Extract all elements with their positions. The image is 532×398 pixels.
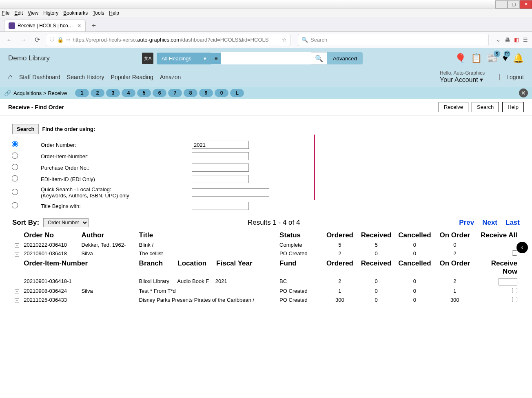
search-form-button[interactable]: Search [12,124,39,134]
input-title-begins[interactable] [192,202,249,210]
receive-now-input[interactable] [499,278,517,285]
pill-0[interactable]: 0 [215,89,228,97]
home-icon[interactable]: ⌂ [8,73,13,81]
pill-5[interactable]: 5 [137,89,151,97]
pocket-icon[interactable]: ⌄ [496,37,501,43]
radio-order-number[interactable] [12,141,18,148]
dcell-fy: 2021 [215,278,256,284]
bookmark-star-icon[interactable]: ☆ [282,37,287,43]
window-close-button[interactable]: ✕ [520,0,532,9]
cell-status: PO Created [278,287,321,295]
new-tab-button[interactable]: + [88,20,100,31]
receive-all-checkbox[interactable] [512,288,517,293]
expand-icon[interactable]: + [15,298,19,303]
pill-7[interactable]: 7 [168,89,182,97]
pill-3[interactable]: 3 [106,89,120,97]
window-maximize-button[interactable]: ▢ [508,0,520,9]
url-field[interactable]: 🛡 🔒 ⊶ https://preprod-hcols-verso.auto-g… [46,34,290,46]
cell-cancelled: 0 [395,241,434,249]
radio-order-item-number[interactable] [12,153,18,159]
collapse-icon[interactable]: − [15,252,19,256]
nav-amazon[interactable]: Amazon [160,74,181,80]
input-po-number[interactable] [192,164,249,172]
news-icon[interactable]: 📰5 [487,53,498,64]
database-icon[interactable]: ≡ [211,53,221,64]
col-onorder: On Order [435,230,474,240]
cell-author: Silva [80,250,136,258]
dcol-onorder: On Order [435,259,474,276]
menu-view[interactable]: View [28,10,38,16]
advanced-search-button[interactable]: Advanced [327,52,363,64]
menu-bookmarks[interactable]: Bookmarks [63,10,88,16]
browser-search-field[interactable]: 🔍 Search [298,34,489,46]
reload-button[interactable]: ⟳ [32,35,42,45]
expand-icon[interactable]: + [15,243,19,248]
help-button[interactable]: Help [502,102,524,112]
hamburger-menu-icon[interactable]: ☰ [523,37,528,43]
menu-edit[interactable]: Edit [14,10,23,16]
cell-received: 0 [358,296,394,304]
expand-icon[interactable]: + [15,290,19,294]
nav-staff-dashboard[interactable]: Staff Dashboard [19,74,60,80]
pill-l[interactable]: L [230,89,244,97]
receive-all-checkbox[interactable] [512,297,517,302]
pill-4[interactable]: 4 [122,89,135,97]
sort-select[interactable]: Order Number [43,218,89,227]
tab-close-icon[interactable]: ✕ [77,23,81,29]
col-receive-all: Receive All [475,230,519,240]
url-domain: auto-graphics.com [137,37,181,43]
favorites-icon[interactable]: ♥F9 [503,53,508,64]
menu-history[interactable]: History [43,10,58,16]
extension-icon[interactable]: ◧ [514,37,519,43]
library-name: Demo Library [8,54,50,62]
balloon-icon[interactable]: 🎈 [455,53,466,64]
col-cancelled: Cancelled [395,230,434,240]
account-area[interactable]: Hello, Auto-Graphics Your Account ▾ [440,70,485,84]
headings-label: All Headings [162,55,191,62]
results-count: Results 1 - 4 of 4 [248,219,300,227]
magnify-tool-icon[interactable]: 📋 [471,53,482,64]
order-row: + 20210222-036410 Dekker, Ted, 1962- Bli… [13,241,519,249]
radio-quick-search[interactable] [12,189,18,195]
print-icon[interactable]: 🖶 [505,37,510,43]
pager-prev[interactable]: Prev [459,219,474,227]
breadcrumb[interactable]: Acquisitions > Receive [13,90,67,96]
headings-dropdown[interactable]: All Headings [157,53,211,64]
receive-button[interactable]: Receive [439,102,468,112]
back-button[interactable]: ← [4,35,15,45]
bell-icon[interactable]: 🔔 [513,53,524,64]
input-order-number[interactable] [192,141,249,149]
receive-all-checkbox[interactable] [512,250,517,256]
translate-icon[interactable]: 文A [142,53,153,64]
close-breadcrumb-button[interactable]: ✕ [519,88,528,97]
pill-9[interactable]: 9 [199,89,213,97]
search-action-button[interactable]: Search [472,102,499,112]
nav-popular-reading[interactable]: Popular Reading [111,74,153,80]
pill-8[interactable]: 8 [184,89,197,97]
input-quick-search[interactable] [192,188,269,197]
radio-po-number[interactable] [12,164,18,170]
input-order-item-number[interactable] [192,152,249,160]
input-edi-item[interactable] [192,175,249,183]
nav-search-history[interactable]: Search History [67,74,104,80]
menu-file[interactable]: File [2,10,9,16]
menu-tools[interactable]: Tools [93,10,104,16]
forward-button[interactable]: → [18,35,29,45]
pill-6[interactable]: 6 [153,89,166,97]
menu-help[interactable]: Help [109,10,119,16]
logout-link[interactable]: Logout [499,74,524,80]
dcol-received: Received [358,259,394,276]
window-minimize-button[interactable]: — [495,0,508,9]
pill-2[interactable]: 2 [91,89,104,97]
radio-title-begins[interactable] [12,202,18,209]
scroll-left-button[interactable]: ‹ [516,242,528,253]
cell-author: Dekker, Ted, 1962- [80,241,136,249]
pill-1[interactable]: 1 [75,89,89,97]
cell-cancelled: 0 [395,287,434,295]
catalog-search-button[interactable]: 🔍 [311,52,327,64]
pager-last[interactable]: Last [505,219,520,227]
pager-next[interactable]: Next [482,219,497,227]
catalog-search-input[interactable] [221,52,311,64]
radio-edi-item[interactable] [12,175,18,182]
browser-tab-active[interactable]: Receive | HCOLS | hcols | Auto- ✕ [4,20,86,31]
